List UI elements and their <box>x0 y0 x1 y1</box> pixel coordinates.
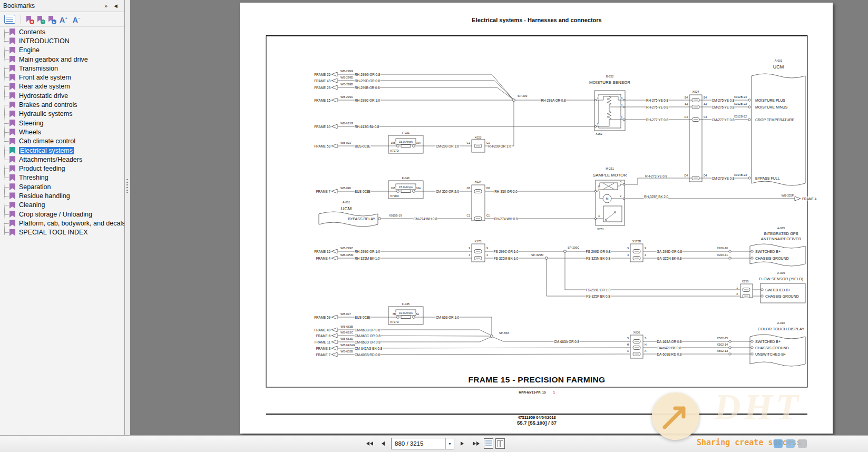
chevron-down-icon[interactable]: ▾ <box>445 438 454 449</box>
diagram-label: FLOW SENSOR (YIELD) <box>759 277 804 281</box>
bookmark-item-label: Hydraulic systems <box>19 110 72 117</box>
bookmark-item[interactable]: Front axle system <box>0 73 124 82</box>
delete-bookmark-button[interactable]: ✕ <box>26 16 32 23</box>
bookmark-flag-icon <box>9 37 15 44</box>
bookmarks-toolbar: ✕ + ▸ A+ A− <box>0 12 124 27</box>
diagram-label: FRAME 10 <box>314 125 330 129</box>
first-page-button[interactable] <box>364 438 375 449</box>
triangle-left-icon <box>370 441 373 446</box>
diagram-label: ANTENNA/RECEIVER <box>761 237 802 241</box>
bookmark-item[interactable]: SPECIAL TOOL INDEX <box>0 228 124 237</box>
triangle-right-icon <box>473 441 476 446</box>
bookmark-item[interactable]: Transmission <box>0 64 124 73</box>
terminal-icon <box>751 250 753 252</box>
terminal-icon <box>594 99 597 101</box>
diagram-label: RH-299B OR 0.8 <box>355 86 380 90</box>
terminal-icon <box>623 198 625 200</box>
bookmark-flag-icon <box>9 129 15 135</box>
bookmark-item[interactable]: Cab climate control <box>0 137 124 146</box>
bookmark-flag-icon <box>9 220 15 227</box>
bookmark-item[interactable]: Separation <box>0 182 124 191</box>
document-viewport[interactable]: Electrical systems - Harnesses and conne… <box>130 0 868 436</box>
diagram-label: SWITCHED B+ <box>755 340 781 343</box>
bookmark-item[interactable]: Crop storage / Unloading <box>0 210 124 219</box>
diagram-label: RH-350 OR 2.0 <box>494 190 518 193</box>
terminal-icon <box>397 190 399 193</box>
toolbar-separator <box>21 15 21 24</box>
diagram-label: FRAME 7 <box>316 190 331 193</box>
page-number-value[interactable]: 880 / 3215 <box>392 440 445 447</box>
bookmark-options-icon[interactable] <box>4 15 15 24</box>
bookmark-flag-icon <box>9 111 15 117</box>
diagram-label: X728D <box>390 194 399 198</box>
panel-collapse-forward-icon[interactable]: » <box>102 3 110 9</box>
diagram-label: RH-325M BK 1.0 <box>355 257 380 260</box>
single-page-view-button[interactable] <box>484 438 493 449</box>
font-decrease-button[interactable]: A− <box>73 15 81 24</box>
bookmarks-panel-title: Bookmarks <box>3 2 35 9</box>
bookmark-flag-icon <box>9 183 15 190</box>
diagram-label: C1 <box>467 214 471 217</box>
diagram-label: CM-642AG BK 0.8 <box>355 347 383 350</box>
diagram-label: SP-299 <box>518 94 527 97</box>
splice-node <box>491 335 493 338</box>
terminal-icon <box>748 106 750 108</box>
diagram-label: 1 <box>598 187 600 190</box>
bookmark-item[interactable]: Product feeding <box>0 164 124 173</box>
bookmark-item[interactable]: Attachments/Headers <box>0 155 124 164</box>
bookmark-item[interactable]: Platform, cab, bodywork, and decals <box>0 219 124 228</box>
bookmark-item[interactable]: Cleaning <box>0 201 124 210</box>
bookmark-item[interactable]: Contents <box>0 27 124 36</box>
bookmark-item[interactable]: Threshing <box>0 173 124 182</box>
terminal-icon <box>594 218 597 220</box>
page-number-combobox[interactable]: 880 / 3215 ▾ <box>391 438 454 449</box>
bookmark-item[interactable]: Hydraulic systems <box>0 110 124 119</box>
diagram-label: FRAME 3 <box>316 347 331 350</box>
panel-collapse-back-icon[interactable]: ◄ <box>110 3 121 9</box>
bookmark-item[interactable]: Electrical systems <box>0 146 124 155</box>
terminal-icon <box>751 340 753 342</box>
bookmark-item[interactable]: Steering <box>0 119 124 127</box>
add-bookmark-button[interactable]: + <box>37 16 43 23</box>
diagram-label: S <box>645 337 647 340</box>
diagram-label: 1 <box>736 286 738 289</box>
diagram-label: SP-663 <box>499 331 509 335</box>
diagram-label: BYPASS RELAY <box>348 217 375 221</box>
diagram-label: FS-325N BK 0.8 <box>586 257 610 260</box>
diagram-label: 15.0 Amps <box>399 185 413 189</box>
diagram-label: SP-299C <box>568 246 579 249</box>
bookmark-item[interactable]: Main gearbox and drive <box>0 55 124 64</box>
bookmark-item-label: Front axle system <box>19 74 71 81</box>
diagram-label: WB-325M <box>340 253 354 257</box>
bookmark-item[interactable]: Engine <box>0 46 124 55</box>
last-page-button[interactable] <box>470 438 482 449</box>
terminal-icon <box>413 145 415 148</box>
bookmark-item[interactable]: Residue handling <box>0 191 124 200</box>
facing-page-view-button[interactable] <box>495 438 505 449</box>
splice-node <box>564 250 567 253</box>
terminal-icon <box>397 316 399 319</box>
diagram-label: X502-13 <box>717 349 728 352</box>
watermark-circle <box>652 392 699 440</box>
diagram-label: F-035 <box>402 302 409 306</box>
pdf-page: Electrical systems - Harnesses and conne… <box>240 3 833 434</box>
bookmark-item[interactable]: INTRODUCTION <box>0 36 124 45</box>
diagram-label: WB-603B <box>340 350 353 353</box>
terminal-icon <box>606 219 607 221</box>
font-increase-button[interactable]: A+ <box>60 15 67 24</box>
diagram-label: X727D <box>390 149 399 152</box>
previous-page-button[interactable] <box>377 438 389 449</box>
diagram-label: BYPASS FULL <box>755 176 780 180</box>
bookmark-item[interactable]: Hydrostatic drive <box>0 91 124 100</box>
diagram-label: B-252 <box>606 75 614 78</box>
bookmark-item[interactable]: Wheels <box>0 127 124 136</box>
diagram-label: 6 <box>621 116 622 119</box>
bookmark-item[interactable]: Rear axle system <box>0 82 124 91</box>
diagram-label: CROP TEMPERATURE <box>755 118 795 122</box>
diagram-label: F-021 <box>402 131 409 134</box>
bookmark-item[interactable]: Brakes and controls <box>0 100 124 109</box>
goto-bookmark-button[interactable]: ▸ <box>48 16 54 23</box>
diagram-label: FS-299C OR 1.0 <box>494 250 519 253</box>
next-page-button[interactable] <box>456 438 468 449</box>
diagram-label: FRAME 49 <box>314 328 330 332</box>
